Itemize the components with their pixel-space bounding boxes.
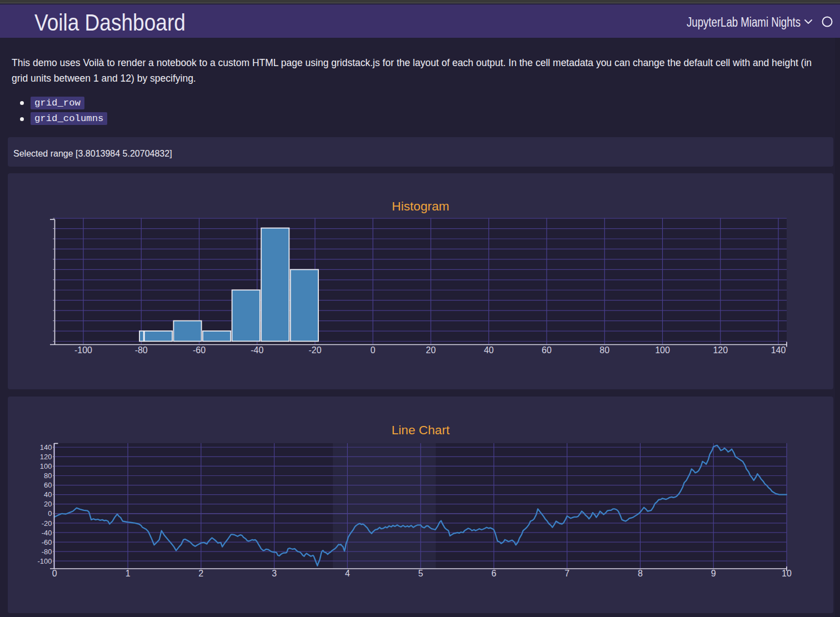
- svg-text:20: 20: [44, 500, 52, 508]
- svg-text:-80: -80: [42, 548, 52, 556]
- svg-text:3: 3: [272, 569, 277, 578]
- svg-text:-20: -20: [308, 345, 321, 355]
- svg-text:-40: -40: [42, 529, 52, 537]
- svg-text:-100: -100: [37, 557, 52, 565]
- svg-text:8: 8: [638, 569, 643, 578]
- svg-text:140: 140: [40, 443, 52, 452]
- svg-text:100: 100: [40, 462, 52, 470]
- svg-text:2: 2: [198, 569, 203, 578]
- svg-text:4: 4: [345, 569, 350, 578]
- svg-text:5: 5: [418, 569, 423, 578]
- svg-text:60: 60: [44, 481, 52, 489]
- svg-text:0: 0: [48, 509, 52, 518]
- svg-text:-40: -40: [251, 345, 263, 355]
- svg-text:80: 80: [599, 345, 609, 355]
- svg-text:80: 80: [44, 471, 52, 480]
- svg-text:20: 20: [426, 345, 436, 355]
- svg-text:120: 120: [40, 453, 52, 461]
- svg-text:140: 140: [771, 345, 786, 355]
- svg-text:-60: -60: [193, 345, 206, 355]
- svg-text:7: 7: [564, 569, 569, 578]
- svg-text:10: 10: [782, 569, 792, 578]
- svg-text:40: 40: [44, 490, 52, 499]
- svg-text:1: 1: [126, 569, 131, 578]
- svg-text:120: 120: [713, 345, 728, 355]
- svg-text:60: 60: [542, 345, 552, 355]
- svg-text:6: 6: [491, 569, 496, 578]
- svg-text:0: 0: [52, 569, 57, 578]
- svg-text:-100: -100: [74, 345, 92, 355]
- svg-text:9: 9: [711, 569, 716, 578]
- svg-text:-60: -60: [42, 538, 52, 546]
- svg-text:-80: -80: [135, 345, 148, 355]
- svg-text:-20: -20: [42, 519, 52, 528]
- svg-text:100: 100: [655, 345, 670, 355]
- svg-text:40: 40: [484, 345, 494, 355]
- svg-text:0: 0: [371, 345, 376, 355]
